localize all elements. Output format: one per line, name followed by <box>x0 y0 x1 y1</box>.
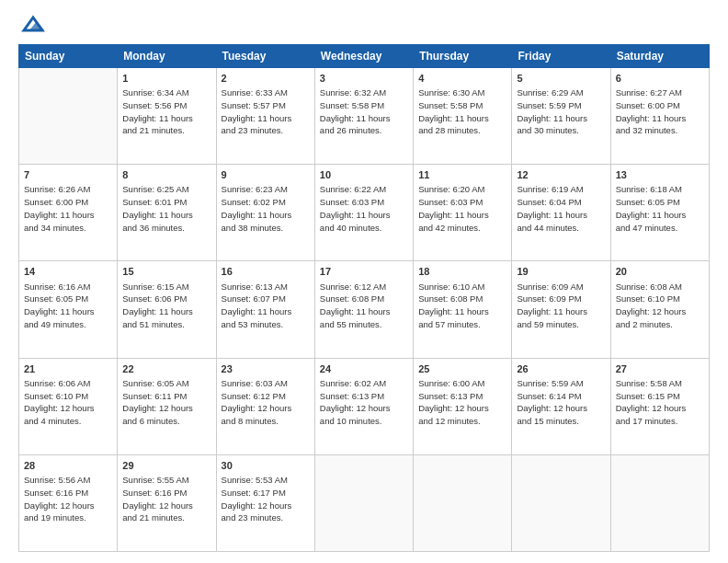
cell-content: Daylight: 11 hours <box>122 209 210 222</box>
calendar-cell: 2Sunrise: 6:33 AMSunset: 5:57 PMDaylight… <box>216 67 314 164</box>
calendar-table: SundayMondayTuesdayWednesdayThursdayFrid… <box>18 44 710 552</box>
cell-content: and 21 minutes. <box>122 511 210 524</box>
day-number: 11 <box>418 168 506 182</box>
cell-content: Sunset: 5:58 PM <box>418 99 506 112</box>
cell-content: Daylight: 12 hours <box>222 402 310 415</box>
day-number: 7 <box>24 168 112 182</box>
cell-content: and 36 minutes. <box>122 222 210 235</box>
cell-content: Sunset: 5:58 PM <box>320 99 408 112</box>
cell-content: and 8 minutes. <box>222 415 310 428</box>
cell-content: Daylight: 12 hours <box>122 402 210 415</box>
cell-content: Sunrise: 5:59 AM <box>517 377 605 390</box>
header <box>18 15 710 37</box>
cell-content: and 19 minutes. <box>24 511 112 524</box>
cell-content: Sunset: 6:15 PM <box>616 390 704 403</box>
cell-content: Sunset: 6:06 PM <box>122 293 210 305</box>
cell-content: Daylight: 11 hours <box>517 305 605 318</box>
cell-content: Sunrise: 6:30 AM <box>418 86 506 99</box>
cell-content: and 10 minutes. <box>320 415 408 428</box>
day-number: 19 <box>517 265 605 279</box>
calendar-cell: 14Sunrise: 6:16 AMSunset: 6:05 PMDayligh… <box>19 261 118 358</box>
cell-content: and 2 minutes. <box>616 318 704 331</box>
cell-content: Sunset: 6:01 PM <box>122 196 210 209</box>
week-row-3: 21Sunrise: 6:06 AMSunset: 6:10 PMDayligh… <box>19 358 710 454</box>
day-number: 30 <box>222 459 310 473</box>
cell-content: Sunset: 6:12 PM <box>222 390 310 403</box>
cell-content: Sunrise: 5:58 AM <box>616 377 704 390</box>
day-number: 9 <box>222 168 310 182</box>
cell-content: Daylight: 11 hours <box>320 112 408 125</box>
calendar-cell: 20Sunrise: 6:08 AMSunset: 6:10 PMDayligh… <box>610 261 709 358</box>
cell-content: Daylight: 11 hours <box>222 112 310 125</box>
calendar-cell: 9Sunrise: 6:23 AMSunset: 6:02 PMDaylight… <box>216 165 314 261</box>
day-number: 14 <box>24 265 112 279</box>
cell-content: Sunrise: 6:13 AM <box>222 281 310 293</box>
day-number: 5 <box>517 72 605 86</box>
cell-content: Daylight: 11 hours <box>418 112 506 125</box>
calendar-cell: 11Sunrise: 6:20 AMSunset: 6:03 PMDayligh… <box>414 165 512 261</box>
cell-content: Sunrise: 6:20 AM <box>418 183 506 196</box>
cell-content: Sunrise: 5:56 AM <box>24 474 112 487</box>
calendar-cell: 26Sunrise: 5:59 AMSunset: 6:14 PMDayligh… <box>512 358 610 454</box>
calendar-cell: 28Sunrise: 5:56 AMSunset: 6:16 PMDayligh… <box>19 454 118 551</box>
cell-content: Daylight: 11 hours <box>517 112 605 125</box>
cell-content: Daylight: 12 hours <box>616 402 704 415</box>
cell-content: Daylight: 11 hours <box>320 305 408 318</box>
cell-content: Sunrise: 6:27 AM <box>616 86 704 99</box>
day-number: 28 <box>24 459 112 473</box>
logo-icon <box>20 14 46 34</box>
cell-content: Daylight: 11 hours <box>222 305 310 318</box>
calendar-cell: 27Sunrise: 5:58 AMSunset: 6:15 PMDayligh… <box>610 358 709 454</box>
cell-content: Sunset: 6:07 PM <box>222 293 310 305</box>
day-number: 24 <box>320 362 408 376</box>
cell-content: Sunset: 6:11 PM <box>122 390 210 403</box>
calendar-cell: 6Sunrise: 6:27 AMSunset: 6:00 PMDaylight… <box>610 67 709 164</box>
calendar-cell: 1Sunrise: 6:34 AMSunset: 5:56 PMDaylight… <box>118 67 216 164</box>
cell-content: Daylight: 11 hours <box>24 305 112 318</box>
day-number: 27 <box>616 362 704 376</box>
cell-content: Daylight: 12 hours <box>24 500 112 512</box>
cell-content: Sunrise: 6:00 AM <box>418 377 506 390</box>
svg-marker-1 <box>29 21 44 30</box>
cell-content: Sunrise: 6:12 AM <box>320 281 408 293</box>
calendar-header-row: SundayMondayTuesdayWednesdayThursdayFrid… <box>19 44 710 67</box>
cell-content: and 28 minutes. <box>418 124 506 137</box>
logo <box>18 18 46 37</box>
cell-content: and 12 minutes. <box>418 415 506 428</box>
cell-content: and 40 minutes. <box>320 222 408 235</box>
cell-content: Daylight: 11 hours <box>517 209 605 222</box>
cell-content: Sunset: 6:05 PM <box>616 196 704 209</box>
cell-content: Sunrise: 6:03 AM <box>222 377 310 390</box>
cell-content: and 32 minutes. <box>616 124 704 137</box>
day-number: 20 <box>616 265 704 279</box>
cell-content: and 51 minutes. <box>122 318 210 331</box>
cell-content: Daylight: 12 hours <box>222 500 310 512</box>
cell-content: Sunset: 6:13 PM <box>418 390 506 403</box>
cell-content: and 38 minutes. <box>222 222 310 235</box>
cell-content: and 21 minutes. <box>122 124 210 137</box>
calendar-cell <box>512 454 610 551</box>
day-number: 8 <box>122 168 210 182</box>
day-header-saturday: Saturday <box>610 44 709 67</box>
calendar-cell: 30Sunrise: 5:53 AMSunset: 6:17 PMDayligh… <box>216 454 314 551</box>
week-row-0: 1Sunrise: 6:34 AMSunset: 5:56 PMDaylight… <box>19 67 710 164</box>
cell-content: and 57 minutes. <box>418 318 506 331</box>
cell-content: Daylight: 11 hours <box>24 209 112 222</box>
cell-content: Sunrise: 6:05 AM <box>122 377 210 390</box>
calendar-cell: 19Sunrise: 6:09 AMSunset: 6:09 PMDayligh… <box>512 261 610 358</box>
calendar-cell: 8Sunrise: 6:25 AMSunset: 6:01 PMDaylight… <box>118 165 216 261</box>
cell-content: and 6 minutes. <box>122 415 210 428</box>
cell-content: Daylight: 12 hours <box>24 402 112 415</box>
day-header-friday: Friday <box>512 44 610 67</box>
cell-content: and 59 minutes. <box>517 318 605 331</box>
page: SundayMondayTuesdayWednesdayThursdayFrid… <box>0 0 728 563</box>
day-number: 3 <box>320 72 408 86</box>
cell-content: and 53 minutes. <box>222 318 310 331</box>
cell-content: Sunset: 6:14 PM <box>517 390 605 403</box>
calendar-cell: 18Sunrise: 6:10 AMSunset: 6:08 PMDayligh… <box>414 261 512 358</box>
cell-content: Sunset: 6:10 PM <box>24 390 112 403</box>
cell-content: Sunrise: 6:34 AM <box>122 86 210 99</box>
cell-content: and 17 minutes. <box>616 415 704 428</box>
day-number: 15 <box>122 265 210 279</box>
cell-content: Sunrise: 5:55 AM <box>122 474 210 487</box>
